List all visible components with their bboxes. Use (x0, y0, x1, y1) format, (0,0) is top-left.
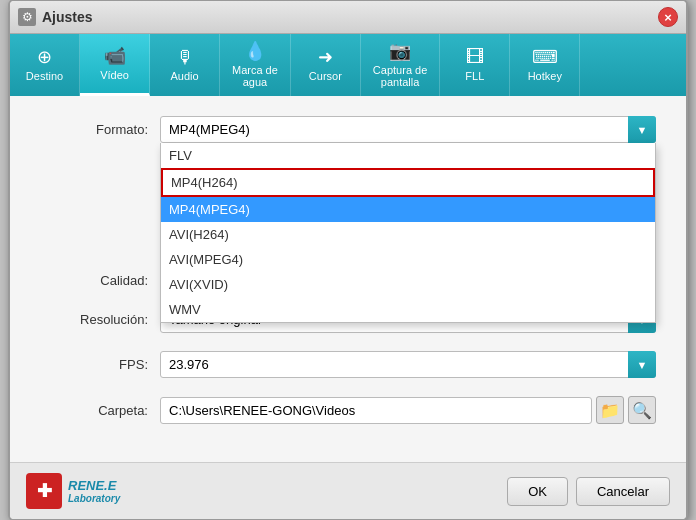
tab-audio[interactable]: 🎙 Audio (150, 34, 220, 96)
window-title: Ajustes (42, 9, 93, 25)
fps-dropdown[interactable]: 23.976 (160, 351, 656, 378)
tab-fll[interactable]: 🎞 FLL (440, 34, 510, 96)
fps-row: FPS: 23.976 ▼ (40, 351, 656, 378)
ok-button[interactable]: OK (507, 477, 568, 506)
fps-control: 23.976 ▼ (160, 351, 656, 378)
logo-text-line2: Laboratory (68, 493, 120, 504)
folder-browse-button[interactable]: 📁 (596, 396, 624, 424)
tab-marca[interactable]: 💧 Marca deagua (220, 34, 291, 96)
formato-dropdown-list: FLV MP4(H264) MP4(MPEG4) AVI(H264) AVI(M… (160, 143, 656, 323)
cursor-label: Cursor (309, 70, 342, 82)
logo-area: ✚ RENE.E Laboratory (26, 473, 120, 509)
folder-row: 📁 🔍 (160, 396, 656, 424)
tab-cursor[interactable]: ➜ Cursor (291, 34, 361, 96)
carpeta-label: Carpeta: (40, 403, 160, 418)
dropdown-item-mp4mpeg4[interactable]: MP4(MPEG4) (161, 197, 655, 222)
logo-icon: ✚ (26, 473, 62, 509)
cancelar-button[interactable]: Cancelar (576, 477, 670, 506)
logo-text: RENE.E Laboratory (68, 478, 120, 504)
tab-video[interactable]: 📹 Vídeo (80, 34, 150, 96)
content-area: Formato: MP4(MPEG4) ▼ FLV MP4(H264) MP4(… (10, 96, 686, 462)
close-button[interactable]: × (658, 7, 678, 27)
action-buttons: OK Cancelar (507, 477, 670, 506)
main-window: ⚙ Ajustes × ⊕ Destino 📹 Vídeo 🎙 Audio 💧 … (8, 0, 688, 520)
folder-search-button[interactable]: 🔍 (628, 396, 656, 424)
tab-captura[interactable]: 📷 Captura depantalla (361, 34, 440, 96)
video-label: Vídeo (100, 69, 129, 81)
resolucion-label: Resolución: (40, 312, 160, 327)
carpeta-row: Carpeta: 📁 🔍 (40, 396, 656, 424)
marca-icon: 💧 (244, 42, 266, 60)
audio-label: Audio (170, 70, 198, 82)
fps-label: FPS: (40, 357, 160, 372)
formato-row: Formato: MP4(MPEG4) ▼ FLV MP4(H264) MP4(… (40, 116, 656, 143)
destino-icon: ⊕ (37, 48, 52, 66)
dropdown-item-avixvid[interactable]: AVI(XVID) (161, 272, 655, 297)
hotkey-icon: ⌨ (532, 48, 558, 66)
captura-label: Captura depantalla (373, 64, 427, 88)
logo-text-line1: RENE.E (68, 478, 120, 493)
title-bar-left: ⚙ Ajustes (18, 8, 93, 26)
tab-bar: ⊕ Destino 📹 Vídeo 🎙 Audio 💧 Marca deagua… (10, 34, 686, 96)
dropdown-item-avih264[interactable]: AVI(H264) (161, 222, 655, 247)
carpeta-control: 📁 🔍 (160, 396, 656, 424)
title-bar: ⚙ Ajustes × (10, 1, 686, 34)
formato-label: Formato: (40, 122, 160, 137)
fps-dropdown-wrapper: 23.976 ▼ (160, 351, 656, 378)
tab-hotkey[interactable]: ⌨ Hotkey (510, 34, 580, 96)
audio-icon: 🎙 (176, 48, 194, 66)
video-icon: 📹 (104, 47, 126, 65)
carpeta-input[interactable] (160, 397, 592, 424)
marca-label: Marca deagua (232, 64, 278, 88)
fll-label: FLL (465, 70, 484, 82)
fll-icon: 🎞 (466, 48, 484, 66)
calidad-label: Calidad: (40, 273, 160, 288)
window-icon: ⚙ (18, 8, 36, 26)
hotkey-label: Hotkey (528, 70, 562, 82)
bottom-bar: ✚ RENE.E Laboratory OK Cancelar (10, 462, 686, 519)
formato-dropdown-wrapper: MP4(MPEG4) ▼ FLV MP4(H264) MP4(MPEG4) AV… (160, 116, 656, 143)
dropdown-item-flv[interactable]: FLV (161, 143, 655, 168)
cursor-icon: ➜ (318, 48, 333, 66)
captura-icon: 📷 (389, 42, 411, 60)
formato-control: MP4(MPEG4) ▼ FLV MP4(H264) MP4(MPEG4) AV… (160, 116, 656, 143)
dropdown-item-avimpeg4[interactable]: AVI(MPEG4) (161, 247, 655, 272)
dropdown-item-wmv[interactable]: WMV (161, 297, 655, 322)
tab-destino[interactable]: ⊕ Destino (10, 34, 80, 96)
formato-dropdown-display[interactable]: MP4(MPEG4) (160, 116, 656, 143)
destino-label: Destino (26, 70, 63, 82)
dropdown-item-mp4h264[interactable]: MP4(H264) (161, 168, 655, 197)
